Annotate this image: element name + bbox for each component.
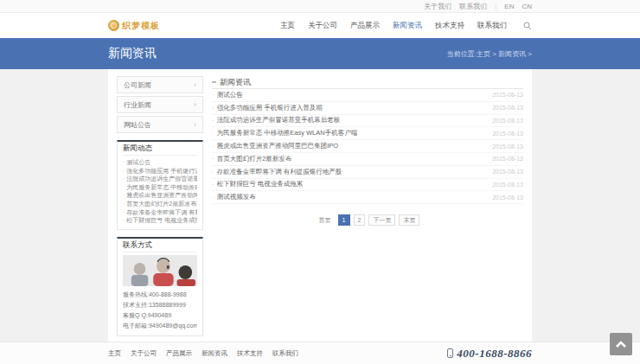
lang-cn-link[interactable]: CN xyxy=(522,3,532,10)
sidebar-news-link[interactable]: · 法院成功追诉生产假冒诺基亚手机幕后老 xyxy=(123,175,197,183)
bullet-icon: · xyxy=(212,104,214,112)
footer-nav: 主页 关于公司 产品展示 新闻资讯 技术支持 联系我们 xyxy=(108,349,298,358)
article-link[interactable]: 测试视频发布 xyxy=(217,193,256,201)
chevron-up-icon xyxy=(616,341,626,348)
dash-icon xyxy=(212,81,216,83)
contact-email: 电子邮箱:9490489@qq.com xyxy=(123,321,197,331)
nav-item-about[interactable]: 关于公司 xyxy=(308,21,337,31)
table-row: · 强化多功能应用 手机银行进入普及期 2015-08-13 xyxy=(212,102,523,115)
footer-phone: 400-1688-8866 xyxy=(447,347,532,361)
scroll-to-top-button[interactable] xyxy=(610,333,632,355)
article-date: 2015-08-13 xyxy=(492,92,523,98)
topbar-contact-link[interactable]: 联系我们 xyxy=(459,2,487,11)
sidebar-news-link[interactable]: · 强化多功能应用 手机银行进入普及期 xyxy=(123,167,197,176)
site-footer: 主页 关于公司 产品展示 新闻资讯 技术支持 联系我们 400-1688-886… xyxy=(0,342,640,364)
article-date: 2015-08-13 xyxy=(492,169,523,175)
breadcrumb[interactable]: 当前位置:主页 > 新闻资讯 > xyxy=(447,49,532,59)
sidebar-item-label: 公司新闻 xyxy=(124,80,151,90)
footer-link-news[interactable]: 新闻资讯 xyxy=(202,349,227,358)
sidebar-news-link[interactable]: · 松下财报巨亏 电视业务成拖累 xyxy=(123,216,197,225)
search-icon[interactable] xyxy=(523,22,532,30)
nav-item-support[interactable]: 技术支持 xyxy=(435,21,464,31)
footer-link-products[interactable]: 产品展示 xyxy=(166,349,192,358)
page-title: 新闻资讯 xyxy=(108,46,157,61)
table-row: · 雅虎或出售亚洲资产推动阿里巴巴集团IPO 2015-08-13 xyxy=(212,140,523,153)
sidebar-item-industry-news[interactable]: 行业新闻 › xyxy=(117,96,203,113)
sidebar-news-link[interactable]: · 测试公告 xyxy=(123,158,197,167)
sidebar-news-link[interactable]: · 存款准备金率即将下调 有利提振银行地 xyxy=(123,208,197,217)
topbar-about-link[interactable]: 关于我们 xyxy=(424,2,451,11)
footer-link-support[interactable]: 技术支持 xyxy=(237,349,263,358)
footer-link-home[interactable]: 主页 xyxy=(108,349,121,358)
chevron-right-icon: › xyxy=(194,80,196,89)
article-link[interactable]: 首页大图幻灯片2最新发布 xyxy=(217,155,292,163)
nav-item-home[interactable]: 主页 xyxy=(280,21,295,31)
bullet-icon: · xyxy=(123,175,125,183)
page-banner: 新闻资讯 当前位置:主页 > 新闻资讯 > xyxy=(0,38,640,69)
phone-icon xyxy=(447,348,453,358)
bullet-icon: · xyxy=(212,117,214,125)
article-date: 2015-08-13 xyxy=(492,118,523,124)
pagination-first[interactable]: 首页 xyxy=(316,215,335,225)
pagination-page-1[interactable]: 1 xyxy=(338,214,350,226)
article-link[interactable]: 雅虎或出售亚洲资产推动阿里巴巴集团IPO xyxy=(217,142,338,150)
article-link[interactable]: 强化多功能应用 手机银行进入普及期 xyxy=(217,104,323,112)
phone-number: 400-1688-8866 xyxy=(457,347,532,361)
sidebar-news-link[interactable]: · 雅虎或出售亚洲资产推动阿里巴巴集团 xyxy=(123,191,197,200)
bullet-icon: · xyxy=(212,194,214,201)
lang-en-link[interactable]: EN xyxy=(504,3,514,10)
table-row: · 为民服务新常态 中移动推Easy WLAN手机客户端 2015-08-13 xyxy=(212,127,523,140)
main-nav: 主页 关于公司 产品展示 新闻资讯 技术支持 联系我们 xyxy=(280,21,532,31)
table-row: · 松下财报巨亏 电视业务成拖累 2015-08-13 xyxy=(212,179,523,192)
content-band: 公司新闻 › 行业新闻 › 网站公告 › 新闻动态 · 测试公告 xyxy=(0,69,640,342)
bullet-icon: · xyxy=(212,143,214,150)
article-link[interactable]: 法院成功追诉生产假冒诺基亚手机幕后老板 xyxy=(217,116,341,125)
bullet-icon: · xyxy=(123,167,125,176)
footer-link-about[interactable]: 关于公司 xyxy=(131,349,157,358)
sidebar-item-company-news[interactable]: 公司新闻 › xyxy=(117,76,203,93)
article-link[interactable]: 存款准备金率即将下调 有利提振银行地产股 xyxy=(217,168,342,176)
pagination-last[interactable]: 末页 xyxy=(399,214,419,226)
pagination-next[interactable]: 下一页 xyxy=(368,214,395,226)
article-link[interactable]: 松下财报巨亏 电视业务成拖累 xyxy=(217,180,304,188)
site-logo[interactable]: 织梦模板 xyxy=(108,20,160,32)
customer-service-photo xyxy=(123,255,197,286)
chevron-right-icon: › xyxy=(194,120,196,129)
bullet-icon: · xyxy=(123,191,125,200)
main-content: 新闻资讯 · 测试公告 2015-08-13 · xyxy=(212,76,523,342)
article-link[interactable]: 测试公告 xyxy=(217,91,243,99)
bullet-icon: · xyxy=(212,155,214,163)
pagination: 首页 1 2 下一页 末页 xyxy=(212,214,523,226)
article-date: 2015-08-13 xyxy=(492,105,523,111)
list-header: 新闻资讯 xyxy=(212,76,523,89)
bullet-icon: · xyxy=(212,91,214,99)
contact-tech-support: 技术支持:13588889999 xyxy=(123,300,197,310)
bullet-icon: · xyxy=(212,168,214,176)
sidebar-news-link[interactable]: · 为民服务新常态 中移动推Easy WLAN手 xyxy=(123,183,197,192)
pagination-page-2[interactable]: 2 xyxy=(354,214,366,226)
article-date: 2015-08-13 xyxy=(492,195,523,201)
nav-item-products[interactable]: 产品展示 xyxy=(350,21,380,31)
table-row: · 首页大图幻灯片2最新发布 2015-08-13 xyxy=(212,153,523,166)
chevron-right-icon: › xyxy=(194,100,196,109)
bullet-icon: · xyxy=(123,208,125,217)
table-row: · 存款准备金率即将下调 有利提振银行地产股 2015-08-13 xyxy=(212,166,523,179)
sidebar-news-link[interactable]: · 首页大图幻灯片2最新发布 xyxy=(123,200,197,208)
article-date: 2015-08-13 xyxy=(492,144,523,150)
article-date: 2015-08-13 xyxy=(492,182,523,188)
article-date: 2015-08-13 xyxy=(492,156,523,162)
topbar-divider: | xyxy=(495,3,496,10)
nav-item-contact[interactable]: 联系我们 xyxy=(477,21,507,31)
sidebar: 公司新闻 › 行业新闻 › 网站公告 › 新闻动态 · 测试公告 xyxy=(117,76,203,342)
article-link[interactable]: 为民服务新常态 中移动推Easy WLAN手机客户端 xyxy=(217,129,358,137)
table-row: · 测试视频发布 2015-08-13 xyxy=(212,191,523,204)
contact-panel-title: 联系方式 xyxy=(123,239,197,252)
bullet-icon: · xyxy=(123,200,125,208)
site-header: 织梦模板 主页 关于公司 产品展示 新闻资讯 技术支持 联系我们 xyxy=(0,13,640,38)
sidebar-item-site-notice[interactable]: 网站公告 › xyxy=(117,116,203,133)
nav-item-news[interactable]: 新闻资讯 xyxy=(393,21,422,31)
logo-text: 织梦模板 xyxy=(122,20,160,32)
footer-link-contact[interactable]: 联系我们 xyxy=(272,349,298,358)
table-row: · 法院成功追诉生产假冒诺基亚手机幕后老板 2015-08-13 xyxy=(212,115,523,128)
bullet-icon: · xyxy=(123,183,125,192)
